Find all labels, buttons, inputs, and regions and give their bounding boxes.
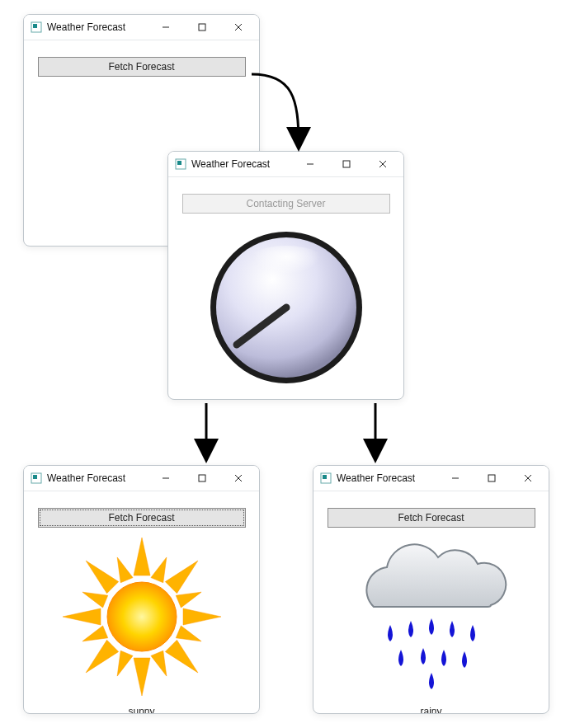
window-result-sunny: Weather Forecast Fetch Forecast: [23, 465, 260, 714]
svg-marker-25: [176, 585, 204, 607]
sun-icon: [59, 534, 224, 702]
close-icon[interactable]: [228, 18, 249, 36]
minimize-icon[interactable]: [155, 469, 177, 487]
close-icon[interactable]: [372, 155, 394, 173]
svg-marker-24: [165, 555, 204, 594]
maximize-icon[interactable]: [191, 469, 213, 487]
window-controls: [299, 155, 398, 173]
flow-arrow-loading-to-rainy: [363, 402, 388, 466]
svg-marker-22: [134, 538, 150, 575]
window-title: Weather Forecast: [191, 158, 270, 170]
svg-marker-36: [80, 555, 119, 594]
svg-point-14: [238, 246, 334, 295]
maximize-icon[interactable]: [336, 155, 357, 173]
svg-marker-29: [150, 651, 172, 679]
window-controls: [445, 469, 544, 487]
svg-rect-1: [33, 24, 37, 28]
svg-rect-17: [33, 475, 37, 479]
maximize-icon[interactable]: [481, 469, 502, 487]
forecast-caption: rainy: [325, 706, 537, 714]
window-title: Weather Forecast: [337, 472, 415, 484]
svg-marker-26: [183, 608, 221, 625]
app-icon: [175, 158, 186, 170]
forecast-image: [35, 531, 247, 704]
minimize-icon[interactable]: [299, 155, 321, 173]
app-icon: [320, 472, 332, 484]
svg-marker-37: [111, 554, 132, 582]
flow-arrow-loading-to-sunny: [194, 402, 219, 466]
svg-marker-27: [176, 625, 204, 646]
svg-marker-32: [80, 640, 119, 679]
minimize-icon[interactable]: [445, 469, 466, 487]
svg-rect-42: [488, 475, 495, 481]
client-area: Contacting Server: [168, 177, 403, 400]
window-controls: [155, 18, 254, 36]
svg-rect-40: [323, 475, 327, 479]
fetch-forecast-button[interactable]: Fetch Forecast: [38, 57, 246, 77]
titlebar: Weather Forecast: [168, 152, 403, 177]
svg-marker-23: [150, 554, 172, 582]
window-result-rainy: Weather Forecast Fetch Forecast: [313, 465, 549, 714]
svg-rect-3: [199, 24, 205, 31]
svg-marker-30: [134, 658, 150, 696]
client-area: Fetch Forecast: [313, 491, 549, 714]
maximize-icon[interactable]: [191, 18, 213, 36]
svg-point-38: [107, 582, 177, 651]
forecast-image: [325, 531, 537, 704]
window-title: Weather Forecast: [47, 472, 125, 484]
client-area: Fetch Forecast: [24, 491, 259, 714]
app-icon: [31, 472, 42, 484]
svg-marker-34: [63, 608, 101, 625]
svg-rect-9: [343, 161, 350, 167]
rain-cloud-icon: [345, 534, 518, 702]
forecast-caption: sunny: [35, 706, 247, 714]
contacting-server-status: Contacting Server: [182, 194, 390, 214]
close-icon[interactable]: [517, 469, 539, 487]
flow-arrow-initial-to-loading: [247, 66, 346, 165]
svg-marker-28: [165, 640, 204, 679]
minimize-icon[interactable]: [155, 18, 177, 36]
fetch-forecast-button[interactable]: Fetch Forecast: [328, 508, 535, 528]
clock-spinner-icon: [204, 225, 369, 392]
spinner-area: [180, 222, 392, 395]
svg-rect-19: [199, 475, 205, 481]
svg-marker-31: [111, 651, 132, 679]
titlebar: Weather Forecast: [24, 15, 259, 40]
svg-marker-33: [79, 625, 107, 646]
window-loading: Weather Forecast Contacting Server: [167, 151, 404, 400]
fetch-forecast-button[interactable]: Fetch Forecast: [38, 508, 246, 528]
client-area: Fetch Forecast: [24, 40, 259, 88]
window-controls: [155, 469, 254, 487]
titlebar: Weather Forecast: [24, 466, 259, 491]
svg-marker-35: [79, 585, 107, 607]
close-icon[interactable]: [228, 469, 249, 487]
app-icon: [31, 21, 42, 33]
window-title: Weather Forecast: [47, 21, 125, 33]
titlebar: Weather Forecast: [313, 466, 549, 491]
svg-rect-7: [177, 161, 181, 165]
